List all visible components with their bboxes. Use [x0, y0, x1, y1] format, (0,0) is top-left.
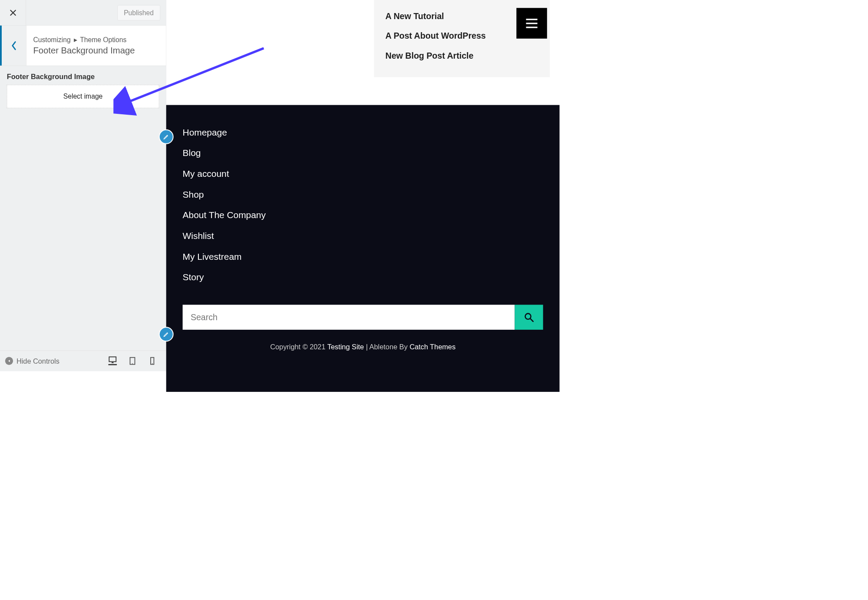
breadcrumb-separator: ▸ [74, 36, 77, 43]
copyright-prefix: Copyright © 2021 [270, 343, 327, 351]
mobile-menu-button[interactable] [516, 8, 547, 39]
footer-menu-item[interactable]: Story [183, 267, 543, 288]
back-button[interactable] [0, 26, 26, 66]
site-footer: Homepage Blog My account Shop About The … [166, 105, 560, 392]
recent-post-link[interactable]: New Blog Post Article [386, 46, 539, 66]
preview-pane: A New Tutorial A Post About WordPress Ne… [166, 0, 567, 392]
mobile-icon [148, 357, 157, 365]
breadcrumb-parent: Theme Options [80, 36, 126, 43]
hide-controls-label: Hide Controls [17, 357, 59, 365]
breadcrumb: Customizing ▸ Theme Options Footer Backg… [26, 26, 166, 66]
pencil-icon [163, 331, 169, 337]
copyright-site[interactable]: Testing Site [327, 343, 364, 351]
footer-menu-item[interactable]: Wishlist [183, 225, 543, 246]
pencil-icon [163, 134, 169, 140]
hide-controls-button[interactable]: Hide Controls [5, 357, 59, 365]
svg-rect-0 [109, 357, 116, 361]
close-icon [9, 9, 17, 17]
control-label: Footer Background Image [7, 73, 159, 81]
copyright-mid: | Abletone By [364, 343, 409, 351]
desktop-icon [108, 355, 117, 364]
copyright-theme[interactable]: Catch Themes [409, 343, 455, 351]
search-icon [524, 312, 534, 322]
customizer-bottom-bar: Hide Controls [0, 351, 166, 371]
footer-menu-item[interactable]: My Livestream [183, 246, 543, 267]
footer-menu: Homepage Blog My account Shop About The … [183, 122, 543, 288]
select-image-button[interactable]: Select image [7, 85, 159, 108]
search-input[interactable] [183, 305, 515, 329]
svg-rect-7 [526, 27, 538, 28]
publish-button[interactable]: Published [117, 5, 160, 20]
svg-point-2 [132, 363, 133, 364]
edit-widget-button[interactable] [159, 327, 174, 341]
footer-menu-item[interactable]: My account [183, 163, 543, 184]
svg-rect-5 [526, 19, 538, 20]
footer-menu-item[interactable]: Blog [183, 143, 543, 164]
collapse-icon [5, 357, 13, 365]
recent-post-link[interactable]: A New Tutorial [386, 6, 539, 26]
breadcrumb-root: Customizing [33, 36, 70, 43]
footer-copyright: Copyright © 2021 Testing Site | Abletone… [183, 330, 543, 357]
chevron-left-icon [11, 41, 17, 50]
hamburger-icon [525, 17, 538, 29]
customizer-sidebar: Published Customizing ▸ Theme Options Fo… [0, 0, 166, 371]
recent-post-link[interactable]: A Post About WordPress [386, 26, 539, 46]
svg-rect-6 [526, 23, 538, 24]
footer-menu-item[interactable]: Shop [183, 184, 543, 205]
search-submit-button[interactable] [515, 305, 543, 329]
device-desktop-button[interactable] [108, 357, 117, 365]
section-title: Footer Background Image [33, 45, 159, 56]
svg-point-4 [152, 363, 153, 364]
edit-widget-button[interactable] [159, 129, 174, 144]
close-customizer-button[interactable] [0, 0, 26, 26]
footer-search [183, 305, 543, 329]
tablet-icon [128, 357, 137, 365]
device-tablet-button[interactable] [128, 357, 137, 365]
footer-menu-item[interactable]: Homepage [183, 122, 543, 143]
device-mobile-button[interactable] [148, 357, 157, 365]
footer-menu-item[interactable]: About The Company [183, 205, 543, 226]
